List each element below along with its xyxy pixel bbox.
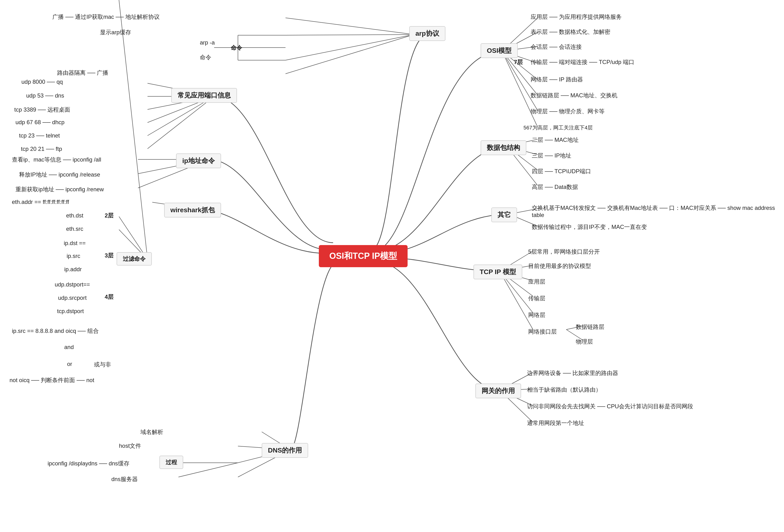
port-item-5: tcp 23 ── telnet xyxy=(19,132,60,139)
ws-3l-label: 3层 xyxy=(105,252,113,259)
arp-item-4: 命令 xyxy=(200,54,211,61)
mindmap: OSI和TCP IP模型 arp协议 广播 ── 通过IP获取mac ── 地址… xyxy=(0,0,784,532)
ws-ip-addr: ip.addr xyxy=(64,266,82,273)
ws-eth-src: eth.src xyxy=(66,226,83,232)
pkt-item-3: 四层 ── TCP\UDP端口 xyxy=(532,168,591,175)
ws-udp-src: udp.srcport xyxy=(58,295,87,301)
filter-cmd-box: 过滤命令 xyxy=(117,252,152,265)
filter-and: and xyxy=(64,344,74,351)
tcpip-item-5: 网络层 xyxy=(528,311,545,319)
osi-item-2: 表示层 ── 数据格式化、加解密 xyxy=(531,28,610,36)
ipcfg-item-3: 重新获取ip地址 ── ipconfig /renew xyxy=(16,186,104,193)
arp-cmd-label: 命令 xyxy=(231,44,242,52)
osi-item-4: 传输层 ── 端对端连接 ── TCP/udp 端口 xyxy=(531,58,634,66)
filter-or: or xyxy=(67,361,72,367)
arp-item-3: arp -a xyxy=(200,39,215,46)
osi-item-8: 567为高层，网工关注底下4层 xyxy=(524,124,593,131)
ws-tcp-dst: tcp.dstport xyxy=(57,308,84,314)
dns-item-2: host文件 xyxy=(119,442,141,450)
gw-item-3: 访问非同网段会先去找网关 ── CPU会先计算访问目标是否同网段 xyxy=(527,402,693,410)
tcpip-item-1: 5层常用，即网络接口层分开 xyxy=(528,248,600,255)
pkt-item-1: 二层 ── MAC地址 xyxy=(532,136,579,144)
gw-item-4: 通常用网段第一个地址 xyxy=(527,419,584,427)
dns-item-5: dns服务器 xyxy=(111,475,138,483)
ws-udp-dst: udp.dstport== xyxy=(55,281,90,288)
filter-not: not oicq ── 判断条件前面 ── not xyxy=(9,376,94,384)
osi-item-7: 物理层 ── 物理介质、网卡等 xyxy=(531,108,605,115)
gw-item-2: 相当于缺省路由（默认路由） xyxy=(527,386,601,394)
ws-eth-addr: eth.addr == ff:ff:ff:ff:ff:ff xyxy=(12,199,69,205)
wireshark-box: wireshark抓包 xyxy=(164,203,221,218)
port-item-6: tcp 20 21 ── ftp xyxy=(21,146,62,152)
tcpip-item-4: 传输层 xyxy=(528,295,545,302)
osi-item-3: 会话层 ── 会话连接 xyxy=(531,43,582,51)
arp-box: arp协议 xyxy=(409,26,445,41)
center-node: OSI和TCP IP模型 xyxy=(319,245,408,267)
pkt-item-2: 三层 ── IP地址 xyxy=(532,152,571,160)
port-item-2: udp 53 ── dns xyxy=(26,92,64,99)
pkt-item-4: 高层 ── Data数据 xyxy=(532,183,578,191)
svg-line-41 xyxy=(500,271,533,330)
tcpip-datalink: 数据链路层 xyxy=(576,323,604,331)
arp-item-2: 显示arp缓存 xyxy=(100,29,131,36)
svg-line-0 xyxy=(285,18,414,34)
osi-item-1: 应用层 ── 为应用程序提供网络服务 xyxy=(531,13,622,21)
tcpip-item-2: 目前使用最多的协议模型 xyxy=(528,262,591,270)
svg-line-3 xyxy=(285,34,414,74)
osi-item-5: 网络层 ── IP 路由器 xyxy=(531,76,583,83)
svg-line-21 xyxy=(119,0,147,259)
other-item-2: 数据传输过程中，源目IP不变，MAC一直在变 xyxy=(532,223,647,231)
dns-box: DNS的作用 xyxy=(262,443,308,458)
ws-eth-dst: eth.dst xyxy=(66,212,83,219)
tcpip-item-3: 应用层 xyxy=(528,278,545,285)
port-item-4: udp 67 68 ── dhcp xyxy=(16,119,64,125)
packet-box: 数据包结构 xyxy=(481,140,526,155)
filter-orwf: 或与非 xyxy=(94,361,111,368)
ws-ip-src: ip.src xyxy=(66,253,80,259)
tcpip-physical: 物理层 xyxy=(576,338,593,345)
svg-line-53 xyxy=(178,463,238,477)
gateway-box: 网关的作用 xyxy=(475,384,521,398)
port-item-3: tcp 3389 ── 远程桌面 xyxy=(14,106,70,113)
svg-line-14 xyxy=(147,96,214,149)
svg-line-1 xyxy=(285,34,414,35)
tcpip-box: TCP IP 模型 xyxy=(474,264,522,279)
ws-4l-label: 4层 xyxy=(105,293,113,301)
port-box: 常见应用端口信息 xyxy=(171,88,237,103)
ipconfig-box: ip地址命令 xyxy=(176,153,221,168)
filter-combo: ip.src == 8.8.8.8 and oicq ── 组合 xyxy=(12,327,99,335)
ws-ip-dst: ip.dst == xyxy=(64,240,86,247)
ipcfg-item-1: 查看ip、mac等信息 ── ipconfig /all xyxy=(12,156,101,164)
arp-item-5: 路由器隔离 ── 广播 xyxy=(57,69,108,77)
dns-item-4: ipconfig /displaydns ── dns缓存 xyxy=(48,460,130,467)
dns-item-1: 域名解析 xyxy=(140,428,163,436)
osi-7l: 7层 xyxy=(514,58,523,66)
other-box: 其它 xyxy=(491,207,517,222)
ws-2l-label: 2层 xyxy=(105,212,113,219)
svg-line-2 xyxy=(285,34,414,60)
port-item-1: udp 8000 ── qq xyxy=(21,79,63,85)
gw-item-1: 边界网络设备 ── 比如家里的路由器 xyxy=(527,369,618,377)
arp-item-1: 广播 ── 通过IP获取mac ── 地址解析协议 xyxy=(52,13,160,21)
ipcfg-item-2: 释放IP地址 ── ipconfig /release xyxy=(19,171,100,178)
osi-item-6: 数据链路层 ── MAC地址、交换机 xyxy=(531,92,617,99)
other-item-1: 交换机基于MAC转发报文 ── 交换机有Mac地址表 ── 口：MAC对应关系 … xyxy=(532,204,784,218)
tcpip-netif: 网络接口层 xyxy=(528,328,557,335)
osi-box: OSI模型 xyxy=(481,43,518,58)
dns-process-box: 过程 xyxy=(160,456,183,469)
